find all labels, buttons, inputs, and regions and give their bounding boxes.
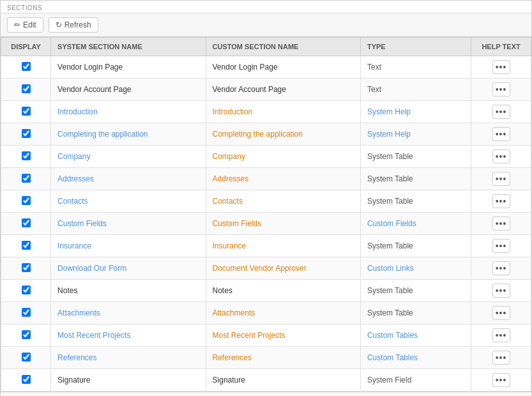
system-section-link[interactable]: Most Recent Projects <box>57 331 130 340</box>
system-section-link[interactable]: Contacts <box>57 197 87 206</box>
custom-section-link[interactable]: Introduction <box>213 107 253 116</box>
help-text-cell[interactable]: ••• <box>471 369 531 392</box>
system-section-name-cell[interactable]: References <box>51 347 206 369</box>
display-checkbox[interactable] <box>22 174 31 183</box>
system-section-name-cell[interactable]: Most Recent Projects <box>51 324 206 347</box>
help-text-button[interactable]: ••• <box>492 261 510 275</box>
custom-section-link[interactable]: References <box>213 353 252 362</box>
display-cell[interactable] <box>1 257 51 280</box>
display-cell[interactable] <box>1 213 51 235</box>
custom-section-name-cell[interactable]: Introduction <box>206 101 360 123</box>
display-checkbox[interactable] <box>22 308 31 317</box>
system-section-link[interactable]: Custom Fields <box>57 219 107 228</box>
system-section-name-cell[interactable]: Custom Fields <box>51 213 206 235</box>
help-text-cell[interactable]: ••• <box>471 257 531 280</box>
display-checkbox[interactable] <box>22 375 31 384</box>
display-cell[interactable] <box>1 324 51 347</box>
custom-section-link[interactable]: Document Vendor Approver <box>213 264 307 273</box>
help-text-cell[interactable]: ••• <box>471 101 531 123</box>
help-text-button[interactable]: ••• <box>492 105 510 119</box>
edit-button[interactable]: ✏ Edit <box>7 17 43 33</box>
display-checkbox[interactable] <box>22 330 31 339</box>
display-checkbox[interactable] <box>22 107 31 116</box>
help-text-button[interactable]: ••• <box>492 351 510 365</box>
display-cell[interactable] <box>1 190 51 213</box>
system-section-name-cell[interactable]: Company <box>51 146 206 168</box>
display-cell[interactable] <box>1 369 51 392</box>
system-section-name-cell[interactable]: Download Our Form <box>51 257 206 280</box>
custom-section-name-cell[interactable]: Completing the application <box>206 123 360 146</box>
help-text-button[interactable]: ••• <box>492 82 510 96</box>
help-text-button[interactable]: ••• <box>492 239 510 253</box>
display-cell[interactable] <box>1 101 51 123</box>
refresh-button[interactable]: ↻ Refresh <box>49 17 98 33</box>
custom-section-link[interactable]: Contacts <box>213 197 243 206</box>
help-text-cell[interactable]: ••• <box>471 190 531 213</box>
help-text-cell[interactable]: ••• <box>471 79 531 101</box>
type-cell[interactable]: Custom Links <box>360 257 471 280</box>
type-link[interactable]: Custom Fields <box>367 219 416 228</box>
custom-section-link[interactable]: Insurance <box>213 241 247 250</box>
display-checkbox[interactable] <box>22 218 31 227</box>
help-text-cell[interactable]: ••• <box>471 280 531 302</box>
system-section-link[interactable]: Completing the application <box>57 130 148 139</box>
help-text-button[interactable]: ••• <box>492 127 510 141</box>
type-cell[interactable]: Custom Tables <box>360 324 471 347</box>
system-section-link[interactable]: Introduction <box>57 107 98 116</box>
system-section-link[interactable]: Attachments <box>57 308 100 317</box>
custom-section-name-cell[interactable]: Company <box>206 146 360 168</box>
custom-section-name-cell[interactable]: Insurance <box>206 235 360 257</box>
system-section-link[interactable]: Addresses <box>57 174 94 183</box>
system-section-name-cell[interactable]: Insurance <box>51 235 206 257</box>
display-cell[interactable] <box>1 79 51 101</box>
display-checkbox[interactable] <box>22 353 31 362</box>
type-cell[interactable]: System Help <box>360 123 471 146</box>
type-link[interactable]: Custom Tables <box>367 331 418 340</box>
display-cell[interactable] <box>1 56 51 79</box>
custom-section-name-cell[interactable]: References <box>206 347 360 369</box>
system-section-link[interactable]: Download Our Form <box>57 264 126 273</box>
display-checkbox[interactable] <box>22 263 31 272</box>
display-checkbox[interactable] <box>22 151 31 160</box>
help-text-cell[interactable]: ••• <box>471 168 531 190</box>
display-cell[interactable] <box>1 168 51 190</box>
display-cell[interactable] <box>1 302 51 324</box>
display-checkbox[interactable] <box>22 129 31 138</box>
help-text-cell[interactable]: ••• <box>471 213 531 235</box>
custom-section-link[interactable]: Custom Fields <box>213 219 262 228</box>
help-text-button[interactable]: ••• <box>492 328 510 342</box>
display-cell[interactable] <box>1 146 51 168</box>
type-cell[interactable]: Custom Fields <box>360 213 471 235</box>
system-section-link[interactable]: Company <box>57 152 90 161</box>
help-text-button[interactable]: ••• <box>492 194 510 208</box>
system-section-link[interactable]: References <box>57 353 96 362</box>
display-checkbox[interactable] <box>22 241 31 250</box>
custom-section-name-cell[interactable]: Document Vendor Approver <box>206 257 360 280</box>
help-text-button[interactable]: ••• <box>492 217 510 231</box>
custom-section-link[interactable]: Most Recent Projects <box>213 331 285 340</box>
help-text-button[interactable]: ••• <box>492 284 510 298</box>
display-checkbox[interactable] <box>22 286 31 294</box>
type-cell[interactable]: System Help <box>360 101 471 123</box>
custom-section-link[interactable]: Addresses <box>213 174 249 183</box>
type-link[interactable]: System Help <box>367 130 411 139</box>
display-cell[interactable] <box>1 280 51 302</box>
system-section-name-cell[interactable]: Completing the application <box>51 123 206 146</box>
help-text-cell[interactable]: ••• <box>471 347 531 369</box>
system-section-name-cell[interactable]: Addresses <box>51 168 206 190</box>
custom-section-name-cell[interactable]: Custom Fields <box>206 213 360 235</box>
custom-section-name-cell[interactable]: Contacts <box>206 190 360 213</box>
help-text-cell[interactable]: ••• <box>471 56 531 79</box>
help-text-button[interactable]: ••• <box>492 60 510 74</box>
system-section-link[interactable]: Insurance <box>57 241 91 250</box>
help-text-button[interactable]: ••• <box>492 149 510 164</box>
system-section-name-cell[interactable]: Contacts <box>51 190 206 213</box>
system-section-name-cell[interactable]: Attachments <box>51 302 206 324</box>
display-cell[interactable] <box>1 235 51 257</box>
custom-section-link[interactable]: Company <box>213 152 245 161</box>
type-link[interactable]: System Help <box>367 107 411 116</box>
help-text-cell[interactable]: ••• <box>471 146 531 168</box>
type-cell[interactable]: Custom Tables <box>360 347 471 369</box>
help-text-button[interactable]: ••• <box>492 306 510 320</box>
display-checkbox[interactable] <box>22 196 31 205</box>
